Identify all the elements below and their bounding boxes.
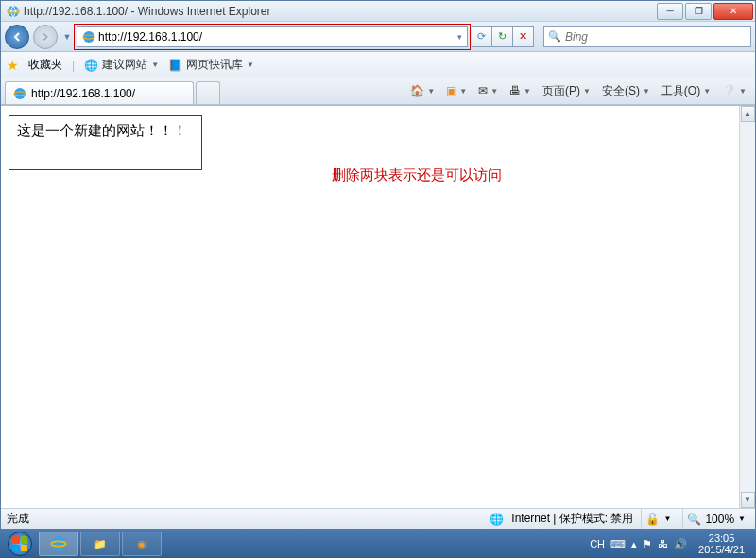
scroll-up-button[interactable]: ▲ xyxy=(741,106,755,122)
slice-icon: 📘 xyxy=(168,59,182,72)
search-box[interactable]: 🔍 xyxy=(543,26,751,47)
system-tray: CH ⌨ ▴ ⚑ 🖧 🔊 23:05 2015/4/21 xyxy=(586,532,754,555)
action-center-icon[interactable]: ⚑ xyxy=(643,538,652,550)
protected-mode-button[interactable]: 🔓▼ xyxy=(641,509,675,529)
windows-logo-icon xyxy=(8,532,32,556)
home-icon: 🏠 xyxy=(410,84,424,97)
folder-icon: 📁 xyxy=(94,538,107,550)
tools-menu[interactable]: 工具(O)▼ xyxy=(657,80,715,101)
navigation-bar: ▼ ▾ ⟳ ↻ ✕ 🔍 xyxy=(1,22,755,52)
tab-ie-icon xyxy=(13,87,26,100)
feeds-button[interactable]: ▣▼ xyxy=(441,80,472,101)
tab-row: http://192.168.1.100/ 🏠▼ ▣▼ ✉▼ 🖶▼ 页面(P)▼… xyxy=(1,78,755,105)
site-icon xyxy=(82,30,95,44)
address-dropdown[interactable]: ▾ xyxy=(454,27,465,46)
suggested-sites-item[interactable]: 🌐 建议网站 ▼ xyxy=(84,57,159,73)
nav-history-dropdown[interactable]: ▼ xyxy=(61,27,73,46)
clock-time: 23:05 xyxy=(698,532,745,544)
chevron-down-icon: ▼ xyxy=(247,61,254,69)
annotation-text: 删除两块表示还是可以访问 xyxy=(332,166,502,184)
taskbar-mediaplayer-button[interactable]: ◉ xyxy=(122,532,162,556)
address-buttons: ⟳ ↻ ✕ xyxy=(472,26,534,47)
url-input[interactable] xyxy=(98,28,454,45)
chevron-down-icon: ▼ xyxy=(151,61,159,69)
status-text: 完成 xyxy=(7,511,29,527)
taskbar: 📁 ◉ CH ⌨ ▴ ⚑ 🖧 🔊 23:05 2015/4/21 xyxy=(0,530,756,558)
zone-text: Internet | 保护模式: 禁用 xyxy=(511,511,633,527)
stop-button[interactable]: ✕ xyxy=(513,26,534,47)
close-button[interactable]: ✕ xyxy=(713,3,753,20)
safety-menu[interactable]: 安全(S)▼ xyxy=(597,80,655,101)
compat-view-button[interactable]: ⟳ xyxy=(472,26,492,47)
help-icon: ❔ xyxy=(722,84,736,97)
rss-icon: ▣ xyxy=(446,84,456,97)
mail-icon: ✉ xyxy=(478,84,488,97)
svg-point-2 xyxy=(83,31,94,43)
svg-point-6 xyxy=(51,536,65,550)
folder-icon: 🌐 xyxy=(84,59,98,72)
scroll-down-button[interactable]: ▼ xyxy=(741,492,755,508)
clock-date: 2015/4/21 xyxy=(698,544,745,555)
window-buttons: ─ ❐ ✕ xyxy=(655,3,753,20)
address-bar[interactable]: ▾ xyxy=(77,26,468,47)
taskbar-ie-button[interactable] xyxy=(39,532,78,556)
help-button[interactable]: ❔▼ xyxy=(717,80,751,101)
favorites-label[interactable]: 收藏夹 xyxy=(28,57,62,73)
mail-button[interactable]: ✉▼ xyxy=(473,80,503,101)
tab-title: http://192.168.1.100/ xyxy=(31,87,135,100)
clock[interactable]: 23:05 2015/4/21 xyxy=(693,532,750,555)
refresh-button[interactable]: ↻ xyxy=(492,26,513,47)
shield-icon: 🔓 xyxy=(645,513,660,526)
media-icon: ◉ xyxy=(137,538,146,550)
browser-window: http://192.168.1.100/ - Windows Internet… xyxy=(0,0,756,530)
web-slice-item[interactable]: 📘 网页快讯库 ▼ xyxy=(168,57,254,73)
title-bar: http://192.168.1.100/ - Windows Internet… xyxy=(1,1,755,22)
new-tab-button[interactable] xyxy=(196,81,220,104)
back-button[interactable] xyxy=(5,25,29,49)
zoom-icon: 🔍 xyxy=(687,513,701,526)
page-menu[interactable]: 页面(P)▼ xyxy=(538,80,595,101)
volume-icon[interactable]: 🔊 xyxy=(674,538,687,550)
globe-icon: 🌐 xyxy=(490,513,504,526)
boxed-text: 这是一个新建的网站！！！ xyxy=(9,115,202,170)
window-title: http://192.168.1.100/ - Windows Internet… xyxy=(24,5,655,18)
tray-expand-icon[interactable]: ▴ xyxy=(631,538,637,550)
forward-button[interactable] xyxy=(33,25,58,49)
command-bar: 🏠▼ ▣▼ ✉▼ 🖶▼ 页面(P)▼ 安全(S)▼ 工具(O)▼ ❔▼ xyxy=(405,79,751,102)
search-input[interactable] xyxy=(565,30,747,44)
favorites-bar: ★ 收藏夹 | 🌐 建议网站 ▼ 📘 网页快讯库 ▼ xyxy=(1,52,755,78)
keyboard-icon[interactable]: ⌨ xyxy=(610,538,626,550)
zoom-control[interactable]: 🔍100%▼ xyxy=(682,509,749,529)
start-button[interactable] xyxy=(2,531,38,557)
minimize-button[interactable]: ─ xyxy=(657,3,683,20)
print-icon: 🖶 xyxy=(509,84,521,97)
network-icon[interactable]: 🖧 xyxy=(658,538,668,549)
restore-button[interactable]: ❐ xyxy=(685,3,712,20)
taskbar-explorer-button[interactable]: 📁 xyxy=(80,532,120,556)
home-button[interactable]: 🏠▼ xyxy=(405,80,439,101)
search-icon: 🔍 xyxy=(548,30,561,43)
favorites-star-icon[interactable]: ★ xyxy=(7,58,19,73)
page-content: 这是一个新建的网站！！！ 删除两块表示还是可以访问 ▲ ▼ xyxy=(1,105,755,508)
ie-icon xyxy=(7,5,20,18)
status-bar: 完成 🌐 Internet | 保护模式: 禁用 🔓▼ 🔍100%▼ xyxy=(1,508,755,529)
svg-point-4 xyxy=(14,88,26,99)
ime-indicator[interactable]: CH xyxy=(590,538,605,549)
tab-active[interactable]: http://192.168.1.100/ xyxy=(5,81,194,104)
vertical-scrollbar[interactable]: ▲ ▼ xyxy=(739,106,755,508)
print-button[interactable]: 🖶▼ xyxy=(505,80,536,101)
